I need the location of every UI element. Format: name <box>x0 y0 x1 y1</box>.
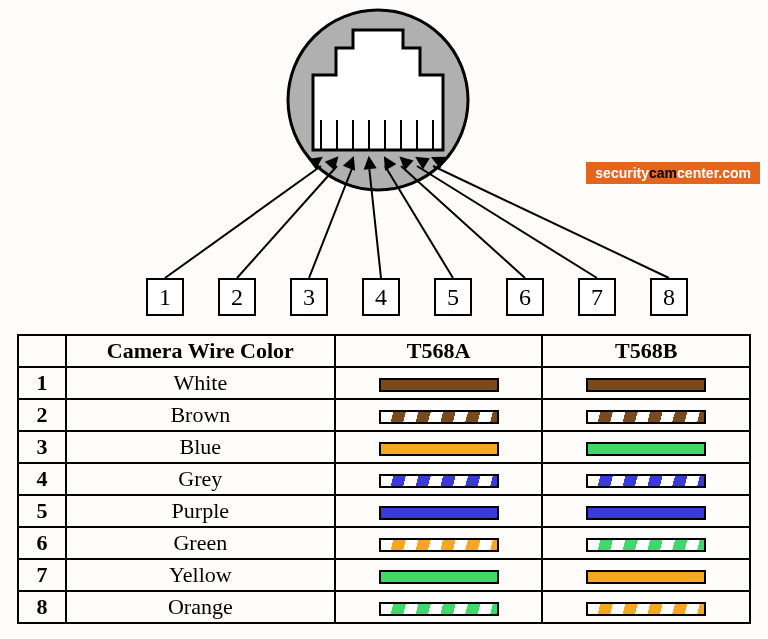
color-swatch <box>379 410 499 424</box>
svg-line-13 <box>309 166 353 278</box>
t568a-cell <box>335 399 543 431</box>
wire-color-name: Brown <box>66 399 335 431</box>
t568b-cell <box>542 591 750 623</box>
color-swatch <box>379 442 499 456</box>
color-swatch <box>586 378 706 392</box>
t568a-cell <box>335 591 543 623</box>
pin-box: 1 <box>146 278 184 316</box>
t568a-cell <box>335 527 543 559</box>
color-swatch <box>586 602 706 616</box>
t568a-cell <box>335 463 543 495</box>
table-row: 8Orange <box>18 591 750 623</box>
wire-color-name: Orange <box>66 591 335 623</box>
row-number: 1 <box>18 367 66 399</box>
svg-line-9 <box>165 166 321 278</box>
table-row: 5Purple <box>18 495 750 527</box>
color-swatch <box>586 410 706 424</box>
header-t568b: T568B <box>542 335 750 367</box>
table-row: 2Brown <box>18 399 750 431</box>
pin-box: 3 <box>290 278 328 316</box>
color-swatch <box>379 538 499 552</box>
wire-color-name: Yellow <box>66 559 335 591</box>
row-number: 2 <box>18 399 66 431</box>
t568a-cell <box>335 431 543 463</box>
row-number: 7 <box>18 559 66 591</box>
watermark-part1: security <box>595 165 649 181</box>
color-swatch <box>586 442 706 456</box>
connector-diagram: securitycamcenter.com 12345678 <box>0 0 768 330</box>
color-swatch <box>379 474 499 488</box>
t568a-cell <box>335 495 543 527</box>
watermark-part3: center.com <box>677 165 751 181</box>
row-number: 8 <box>18 591 66 623</box>
table-row: 4Grey <box>18 463 750 495</box>
table-row: 1White <box>18 367 750 399</box>
color-swatch <box>586 474 706 488</box>
watermark-badge: securitycamcenter.com <box>586 162 760 184</box>
pin-box: 7 <box>578 278 616 316</box>
t568b-cell <box>542 527 750 559</box>
row-number: 4 <box>18 463 66 495</box>
t568b-cell <box>542 463 750 495</box>
t568b-cell <box>542 431 750 463</box>
table-row: 6Green <box>18 527 750 559</box>
pin-box: 2 <box>218 278 256 316</box>
table-header-row: Camera Wire Color T568A T568B <box>18 335 750 367</box>
t568a-cell <box>335 559 543 591</box>
header-blank <box>18 335 66 367</box>
svg-line-11 <box>237 166 337 278</box>
wire-color-name: Purple <box>66 495 335 527</box>
t568b-cell <box>542 399 750 431</box>
table-row: 3Blue <box>18 431 750 463</box>
color-swatch <box>379 570 499 584</box>
pin-box: 5 <box>434 278 472 316</box>
row-number: 3 <box>18 431 66 463</box>
row-number: 5 <box>18 495 66 527</box>
color-swatch <box>379 602 499 616</box>
table-row: 7Yellow <box>18 559 750 591</box>
color-swatch <box>586 570 706 584</box>
header-t568a: T568A <box>335 335 543 367</box>
wire-color-name: Green <box>66 527 335 559</box>
wire-color-name: White <box>66 367 335 399</box>
t568b-cell <box>542 367 750 399</box>
color-swatch <box>586 538 706 552</box>
wire-color-table: Camera Wire Color T568A T568B 1White2Bro… <box>17 334 751 624</box>
row-number: 6 <box>18 527 66 559</box>
t568b-cell <box>542 495 750 527</box>
wire-color-name: Grey <box>66 463 335 495</box>
pin-box: 8 <box>650 278 688 316</box>
color-swatch <box>379 378 499 392</box>
watermark-part2: cam <box>649 165 677 181</box>
wire-color-name: Blue <box>66 431 335 463</box>
t568a-cell <box>335 367 543 399</box>
pin-box: 6 <box>506 278 544 316</box>
color-swatch <box>379 506 499 520</box>
pin-box: 4 <box>362 278 400 316</box>
header-camera-wire: Camera Wire Color <box>66 335 335 367</box>
color-swatch <box>586 506 706 520</box>
t568b-cell <box>542 559 750 591</box>
